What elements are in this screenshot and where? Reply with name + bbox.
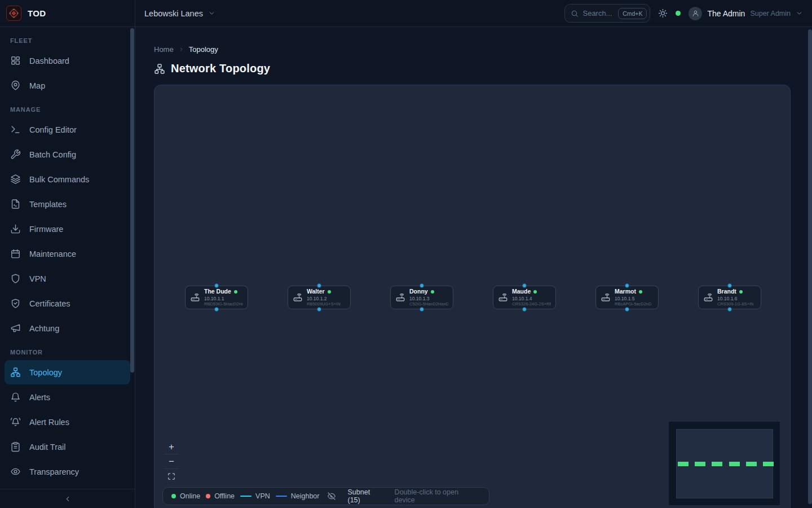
sidebar-item-alerts[interactable]: Alerts [5, 385, 130, 409]
topology-node-the-dude[interactable]: The Dude 10.10.1.1 RBD53iG-5HacD2HnD [185, 286, 248, 309]
sidebar-item-dashboard[interactable]: Dashboard [5, 49, 130, 73]
user-menu[interactable]: The Admin Super Admin [689, 7, 803, 20]
user-role: Super Admin [750, 10, 791, 17]
legend-online: Online [171, 492, 200, 500]
connection-status-dot [676, 11, 681, 16]
offline-dot [206, 494, 210, 498]
sidebar-section-monitor: MONITOR [5, 341, 130, 360]
sidebar-item-achtung[interactable]: Achtung [5, 316, 130, 340]
avatar [689, 7, 702, 20]
minimap-node [712, 462, 722, 466]
node-handle-bottom[interactable] [522, 307, 527, 312]
sidebar-item-batch-config[interactable]: Batch Config [5, 142, 130, 167]
clipboard-icon [10, 441, 21, 452]
map-pin-icon [10, 80, 21, 91]
node-handle-top[interactable] [522, 283, 527, 288]
zoom-out-button[interactable]: − [164, 454, 179, 469]
legend-neighbor: Neighbor [276, 492, 320, 500]
topology-node-walter[interactable]: Walter 10.10.1.2 RB5009UG+S+IN [288, 286, 351, 309]
bell-icon [10, 392, 21, 402]
node-status-dot [234, 290, 237, 294]
node-handle-bottom[interactable] [420, 307, 424, 312]
breadcrumb: Home Topology [154, 45, 218, 54]
minimap-node [763, 462, 774, 466]
minimap-node [678, 462, 689, 466]
sidebar-item-label: Alerts [29, 393, 50, 402]
sidebar-item-alert-rules[interactable]: Alert Rules [5, 410, 130, 434]
topology-node-brandt[interactable]: Brandt 10.10.1.6 CRS309-1G-8S+IN [698, 286, 761, 309]
node-ip: 10.10.1.3 [409, 296, 448, 302]
legend-offline-label: Offline [214, 492, 235, 500]
org-switcher[interactable]: Lebowski Lanes [144, 9, 215, 18]
minimap[interactable] [668, 421, 780, 506]
node-handle-bottom[interactable] [625, 307, 629, 312]
fit-view-button[interactable] [164, 469, 179, 484]
brand-area: TOD [0, 0, 135, 27]
node-handle-top[interactable] [317, 283, 321, 288]
search-shortcut-chip: Cmd+K [618, 8, 647, 19]
topology-node-donny[interactable]: Donny 10.10.1.3 C52iG-5HaxD2HaxD-US [390, 286, 453, 309]
zoom-in-button[interactable]: + [164, 440, 179, 454]
sidebar-item-label: Alert Rules [29, 418, 69, 427]
user-icon [692, 10, 699, 17]
sidebar-item-label: VPN [29, 274, 46, 283]
node-name: Donny [409, 288, 428, 295]
sidebar-item-label: Dashboard [29, 56, 69, 65]
legend-hint: Double-click to open device [395, 488, 480, 504]
minimap-viewport[interactable] [676, 429, 773, 498]
topology-canvas[interactable]: The Dude 10.10.1.1 RBD53iG-5HacD2HnD Wal… [154, 85, 791, 508]
search-input[interactable] [582, 9, 614, 17]
wrench-icon [10, 149, 21, 160]
calendar-icon [10, 248, 21, 259]
node-name: Maude [512, 288, 531, 295]
node-model: CRS326-24G-2S+RM [512, 301, 551, 306]
breadcrumb-home[interactable]: Home [154, 45, 174, 54]
sidebar-item-map[interactable]: Map [5, 73, 130, 98]
node-handle-top[interactable] [214, 283, 219, 288]
node-handle-bottom[interactable] [317, 307, 321, 312]
topbar: TOD Lebowski Lanes Cmd+K The Admin [0, 0, 812, 27]
sidebar-item-topology[interactable]: Topology [5, 360, 130, 384]
node-handle-top[interactable] [727, 283, 732, 288]
node-name: The Dude [204, 288, 231, 295]
sidebar-item-bulk-commands[interactable]: Bulk Commands [5, 167, 130, 191]
sidebar-section-fleet: FLEET [5, 29, 130, 48]
router-icon [601, 292, 611, 303]
minimap-node [695, 462, 705, 466]
topology-node-maude[interactable]: Maude 10.10.1.4 CRS326-24G-2S+RM [493, 286, 556, 309]
sidebar-item-transparency[interactable]: Transparency [5, 459, 130, 484]
topology-icon [154, 63, 165, 75]
node-model: RBcAPGi-5acD2nD [615, 301, 651, 306]
sidebar-item-templates[interactable]: Templates [5, 192, 130, 216]
legend-subnet-label[interactable]: Subnet (15) [347, 488, 384, 504]
sidebar-item-label: Certificates [29, 299, 70, 308]
legend-neighbor-label: Neighbor [291, 492, 320, 500]
theme-toggle-button[interactable] [658, 8, 668, 18]
legend-vpn: VPN [240, 492, 270, 500]
sidebar-item-firmware[interactable]: Firmware [5, 217, 130, 241]
sidebar-item-label: Batch Config [29, 150, 76, 159]
router-icon [703, 292, 713, 303]
sidebar-item-config-editor[interactable]: Config Editor [5, 117, 130, 142]
node-model: CRS309-1G-8S+IN [717, 301, 753, 306]
node-handle-top[interactable] [420, 283, 424, 288]
node-name: Walter [307, 288, 325, 295]
node-handle-top[interactable] [625, 283, 629, 288]
sidebar-item-vpn[interactable]: VPN [5, 266, 130, 291]
toggle-labels-button[interactable] [327, 492, 336, 501]
legend-online-label: Online [180, 492, 200, 500]
sidebar-item-certificates[interactable]: Certificates [5, 291, 130, 316]
sidebar-collapse-button[interactable] [0, 489, 135, 508]
sidebar-scrollbar[interactable] [130, 28, 134, 373]
node-handle-bottom[interactable] [214, 307, 219, 312]
page-scrollbar[interactable] [808, 29, 812, 504]
search-box[interactable]: Cmd+K [564, 4, 650, 23]
topology-icon [10, 367, 21, 378]
node-handle-bottom[interactable] [727, 307, 732, 312]
neighbor-line-swatch [276, 496, 287, 497]
shield-icon [10, 273, 21, 284]
topology-node-marmot[interactable]: Marmot 10.10.1.5 RBcAPGi-5acD2nD [595, 286, 659, 309]
sidebar-item-audit-trail[interactable]: Audit Trail [5, 435, 130, 459]
sidebar-item-maintenance[interactable]: Maintenance [5, 242, 130, 266]
sidebar-item-label: Config Editor [29, 125, 77, 134]
